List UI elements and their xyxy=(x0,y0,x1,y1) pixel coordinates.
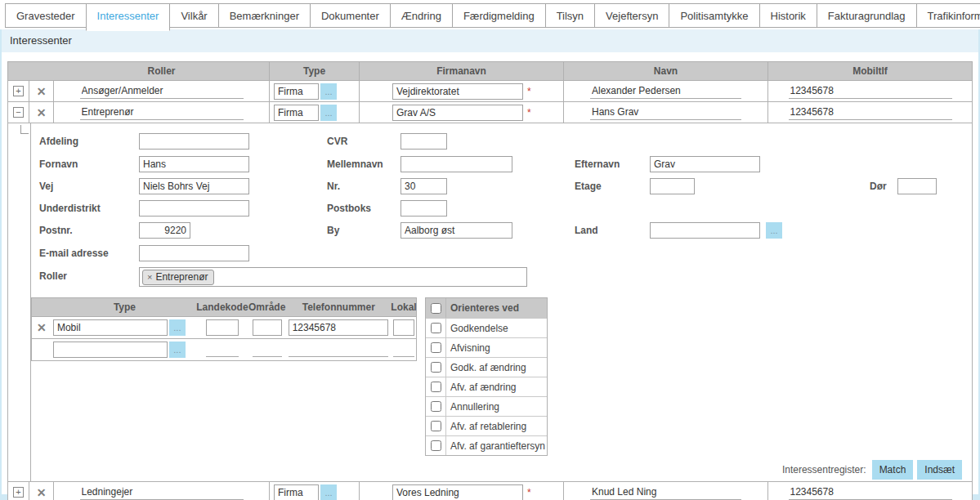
type-input[interactable] xyxy=(274,83,319,100)
type-lookup-button[interactable]: ... xyxy=(320,105,337,121)
cvr-input[interactable] xyxy=(401,133,447,150)
roller-input[interactable] xyxy=(80,105,244,120)
land-label: Land xyxy=(575,225,598,236)
godkendelse-checkbox[interactable] xyxy=(431,323,441,333)
land-input[interactable] xyxy=(650,222,760,239)
cvr-label: CVR xyxy=(327,136,347,147)
etage-input[interactable] xyxy=(650,178,695,194)
roller-input[interactable] xyxy=(80,84,244,99)
roller-chip-container[interactable]: × Entreprenør xyxy=(139,267,527,287)
landekode-input[interactable] xyxy=(206,319,239,336)
collapse-icon[interactable]: − xyxy=(13,107,24,118)
phone-type-lookup-button[interactable]: ... xyxy=(169,319,186,336)
by-input[interactable] xyxy=(401,222,512,239)
omrade-input[interactable] xyxy=(253,319,282,336)
annullering-checkbox[interactable] xyxy=(431,401,441,412)
vej-label: Vej xyxy=(39,181,53,192)
mobiltlf-input[interactable] xyxy=(789,84,952,99)
telefonnummer-input[interactable] xyxy=(289,319,388,336)
afdeling-input[interactable] xyxy=(139,133,249,150)
fornavn-input[interactable] xyxy=(139,156,249,172)
tab-vilkar[interactable]: Vilkår xyxy=(169,3,218,28)
navn-input[interactable] xyxy=(590,84,741,99)
phone-type-input[interactable] xyxy=(53,319,168,336)
navn-input[interactable] xyxy=(590,485,741,500)
tree-connector-icon xyxy=(20,125,29,134)
type-lookup-button[interactable]: ... xyxy=(320,484,337,500)
indsaet-button[interactable]: Indsæt xyxy=(917,460,962,480)
type-input[interactable] xyxy=(274,484,319,500)
dor-input[interactable] xyxy=(897,178,937,194)
postnr-input[interactable] xyxy=(139,222,190,239)
match-button[interactable]: Match xyxy=(872,460,914,480)
godk-af-aendring-checkbox[interactable] xyxy=(431,362,441,373)
expand-icon[interactable]: + xyxy=(13,86,24,96)
underdistrikt-input[interactable] xyxy=(139,200,249,217)
required-asterisk: * xyxy=(527,487,531,498)
email-label: E-mail adresse xyxy=(39,248,109,259)
email-input[interactable] xyxy=(139,245,249,261)
type-lookup-button[interactable]: ... xyxy=(320,83,337,100)
tab-trafikinformation[interactable]: Trafikinformation xyxy=(916,3,980,28)
col-header-type: Type xyxy=(270,62,360,80)
postboks-label: Postboks xyxy=(327,203,371,214)
phone-table: Type Landekode Område Telefonnummer Loka… xyxy=(31,297,417,361)
tab-interessenter[interactable]: Interessenter xyxy=(86,3,171,31)
tab-gravesteder[interactable]: Gravesteder xyxy=(5,3,87,28)
required-asterisk: * xyxy=(527,107,531,118)
afv-af-garantieftersyn-checkbox[interactable] xyxy=(431,440,441,451)
col-header-roller: Roller xyxy=(54,62,270,80)
vej-input[interactable] xyxy=(139,178,249,194)
mellemnavn-input[interactable] xyxy=(401,156,512,172)
content-frame: Interessenter Roller Type Firmanavn Navn… xyxy=(0,29,980,500)
expand-icon[interactable]: + xyxy=(13,487,24,498)
mobiltlf-input[interactable] xyxy=(789,485,952,500)
afv-af-aendring-checkbox[interactable] xyxy=(431,382,441,392)
firmanavn-input[interactable] xyxy=(392,83,523,100)
type-input[interactable] xyxy=(274,105,319,121)
efternavn-input[interactable] xyxy=(650,156,760,172)
omrade-input[interactable] xyxy=(253,342,282,357)
phone-row: ✕ ... xyxy=(32,316,416,338)
afv-af-retablering-checkbox[interactable] xyxy=(431,421,441,431)
tab-historik[interactable]: Historik xyxy=(759,3,817,28)
chip-remove-icon[interactable]: × xyxy=(147,272,152,282)
land-lookup-button[interactable]: ... xyxy=(766,222,782,239)
tab-dokumenter[interactable]: Dokumenter xyxy=(310,3,391,28)
lokal-input[interactable] xyxy=(393,342,414,357)
nr-input[interactable] xyxy=(401,178,447,194)
tab-fakturagrundlag[interactable]: Fakturagrundlag xyxy=(817,3,917,28)
firmanavn-input[interactable] xyxy=(392,105,523,121)
option-label: Godk. af ændring xyxy=(446,362,526,373)
interessentregister-label: Interessentregister: xyxy=(782,464,866,475)
navn-input[interactable] xyxy=(590,105,741,120)
lokal-input[interactable] xyxy=(393,319,414,336)
roller-chip: × Entreprenør xyxy=(142,270,214,285)
tab-aendring[interactable]: Ændring xyxy=(390,3,453,28)
phone-type-lookup-button[interactable]: ... xyxy=(169,342,186,358)
col-header-firmanavn: Firmanavn xyxy=(360,62,564,80)
firmanavn-input[interactable] xyxy=(392,484,523,500)
telefonnummer-input[interactable] xyxy=(289,342,388,357)
delete-row-icon[interactable]: ✕ xyxy=(37,487,47,498)
afvisning-checkbox[interactable] xyxy=(431,342,441,353)
phone-type-input[interactable] xyxy=(53,342,168,358)
orienteres-ved-list: Orienteres ved Godkendelse Afvisning God… xyxy=(425,297,548,456)
tab-vejeftersyn[interactable]: Vejeftersyn xyxy=(594,3,669,28)
postboks-input[interactable] xyxy=(401,200,447,217)
mobiltlf-input[interactable] xyxy=(789,105,952,120)
tab-tilsyn[interactable]: Tilsyn xyxy=(545,3,595,28)
delete-row-icon[interactable]: ✕ xyxy=(37,107,47,118)
tab-bemaerkninger[interactable]: Bemærkninger xyxy=(218,3,311,28)
roller-input[interactable] xyxy=(80,485,244,500)
tab-faerdigmelding[interactable]: Færdigmelding xyxy=(452,3,546,28)
delete-row-icon[interactable]: ✕ xyxy=(37,86,47,97)
mellemnavn-label: Mellemnavn xyxy=(327,158,383,170)
landekode-input[interactable] xyxy=(206,342,239,357)
col-header-mobiltlf: Mobiltlf xyxy=(768,62,972,80)
option-label: Afv. af retablering xyxy=(446,421,526,432)
etage-label: Etage xyxy=(575,181,602,192)
tab-politisamtykke[interactable]: Politisamtykke xyxy=(669,3,759,28)
orienteres-select-all-checkbox[interactable] xyxy=(431,303,441,314)
delete-phone-icon[interactable]: ✕ xyxy=(37,321,47,334)
